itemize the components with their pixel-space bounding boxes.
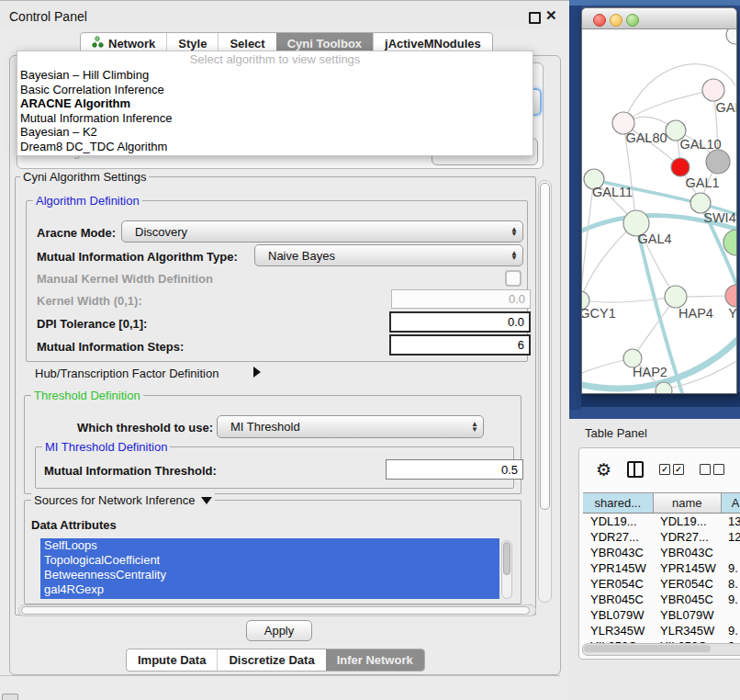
gear-icon[interactable]: ⚙ [596,461,611,479]
table-row[interactable]: YBL079WYBL079W [583,607,740,623]
tab-label: Impute Data [138,649,206,671]
network-node[interactable] [726,29,736,44]
network-graph[interactable]: GALGAL80GAL10GAL1GAL11SWI4GAL4GCY1HAP4YH… [582,29,736,393]
mi-threshold-value: 0.5 [501,463,518,477]
algorithm-option[interactable]: Bayesian – K2 [17,125,533,140]
corner-mini-button[interactable] [2,694,18,700]
algorithm-option[interactable]: Bayesian – Hill Climbing [17,68,533,83]
network-node-label: HAP2 [633,365,667,379]
hub-definition-label: Hub/Transcription Factor Definition [35,367,219,380]
table-row[interactable]: YDL19...YDL19...13 [583,514,740,529]
algorithm-option[interactable]: Basic Correlation Inference [17,83,533,97]
table-row[interactable]: YDR27...YDR27...12 [583,529,740,545]
data-attributes-list[interactable]: SelfLoopsTopologicalCoefficientBetweenne… [40,538,499,599]
column-header[interactable]: name [654,493,723,513]
table-cell [721,607,740,623]
float-window-icon[interactable] [529,12,541,24]
table-panel: ⚙ ✓ ✓ shared...nameA YDL19...YDL19...13Y… [578,447,740,660]
tab-infer-network[interactable]: Infer Network [326,649,424,671]
algorithm-dropdown[interactable]: Select algorithm to view settings Bayesi… [17,51,533,156]
deselect-all-columns-icon[interactable] [700,464,724,475]
minimize-traffic-light-icon[interactable] [610,14,622,27]
table-cell: 8. [721,576,740,592]
mi-type-label: Mutual Information Algorithm Type: [37,250,238,264]
settings-hscrollbar-track[interactable] [18,604,536,616]
attribute-item[interactable]: gal4RGexp [40,582,499,597]
algorithm-option[interactable]: ARACNE Algorithm [17,96,533,111]
zoom-traffic-light-icon[interactable] [626,14,639,27]
which-threshold-combo[interactable]: MI Threshold ▲▼ [217,415,484,438]
table-row[interactable]: YPR145WYPR145W9. [583,560,740,576]
settings-hscrollbar-thumb[interactable] [21,606,530,615]
aracne-mode-combo[interactable]: Discovery ▲▼ [121,220,523,243]
dpi-tolerance-value: 0.0 [508,315,524,329]
split-columns-icon[interactable] [627,461,644,478]
tab-impute-data[interactable]: Impute Data [127,649,217,671]
table-row[interactable]: YBR045CYBR045C9. [583,592,740,607]
table-header-row: shared...nameA [583,492,740,514]
dpi-tolerance-field[interactable]: 0.0 [389,311,531,333]
table-row[interactable]: YER054CYER054C8. [583,576,740,592]
table-row[interactable]: YLR345WYLR345W9. [583,623,740,638]
algorithm-option[interactable]: Mutual Information Inference [17,111,533,126]
table-hscrollbar-thumb[interactable] [584,645,711,652]
bottom-divider [0,675,560,676]
mi-type-value: Naive Bayes [255,249,506,263]
close-traffic-light-icon[interactable] [593,14,606,27]
attributes-scrollbar-thumb[interactable] [503,542,510,575]
table-toolbar: ⚙ ✓ ✓ [579,448,740,491]
attribute-item[interactable]: TopologicalCoefficient [40,553,499,568]
unchecked-box-icon [700,464,711,475]
expand-right-icon[interactable] [253,367,261,378]
table-cell: 9. [721,560,740,576]
table-cell: YBR043C [653,545,721,560]
select-all-columns-icon[interactable]: ✓ ✓ [659,464,684,475]
desktop-left-strip [569,6,581,410]
network-node[interactable] [665,286,687,308]
network-node[interactable] [702,79,724,101]
attribute-item[interactable]: SelfLoops [40,538,499,553]
dpi-tolerance-label: DPI Tolerance [0,1]: [37,317,147,331]
mi-steps-label: Mutual Information Steps: [37,340,184,354]
network-node[interactable] [706,150,730,174]
mi-steps-field[interactable]: 6 [389,334,531,356]
table-hscrollbar-track[interactable] [582,643,740,656]
kernel-width-value: 0.0 [509,292,525,306]
table-cell: YBL079W [583,607,653,623]
column-header[interactable]: A [722,493,740,513]
close-icon[interactable]: ✕ [545,7,557,24]
table-cell: 9. [721,623,740,638]
settings-scrollbar-thumb[interactable] [540,183,550,510]
network-window-titlebar[interactable] [582,8,736,29]
combo-arrows-icon: ▲▼ [506,227,522,237]
tab-discretize-data[interactable]: Discretize Data [217,649,325,671]
algorithm-option[interactable]: Dream8 DC_TDC Algorithm [17,140,533,154]
network-node[interactable] [671,158,690,176]
table-cell: YBR045C [583,592,653,607]
settings-scrollbar-track[interactable] [538,180,552,603]
network-canvas[interactable]: GALGAL80GAL10GAL1GAL11SWI4GAL4GCY1HAP4YH… [582,29,736,393]
mi-threshold-field[interactable]: 0.5 [386,459,523,480]
collapse-down-icon[interactable] [201,497,212,504]
unchecked-box-icon [713,464,724,475]
kernel-width-field[interactable]: 0.0 [391,289,531,309]
kernel-width-label: Kernel Width (0,1): [37,294,142,308]
network-node[interactable] [723,230,736,255]
desktop-under-window [581,392,740,407]
apply-button[interactable]: Apply [246,620,312,641]
network-node[interactable] [656,382,672,393]
network-node[interactable] [725,285,736,307]
mi-threshold-title: MI Threshold Definition [42,440,170,454]
attribute-item[interactable]: BetweennessCentrality [40,568,499,582]
control-panel-title: Control Panel [9,9,87,24]
network-edges [582,64,736,393]
attributes-scrollbar-track[interactable] [501,540,512,599]
mi-type-combo[interactable]: Naive Bayes ▲▼ [254,244,523,266]
manual-kernel-checkbox[interactable] [505,270,521,287]
network-node-label: GAL1 [685,175,719,190]
network-view-window[interactable]: GALGAL80GAL10GAL1GAL11SWI4GAL4GCY1HAP4YH… [581,7,737,394]
table-row[interactable]: YBR043CYBR043C [583,545,740,560]
which-threshold-value: MI Threshold [218,420,466,434]
column-header[interactable]: shared... [583,493,654,513]
network-node-label: GCY1 [582,306,616,321]
